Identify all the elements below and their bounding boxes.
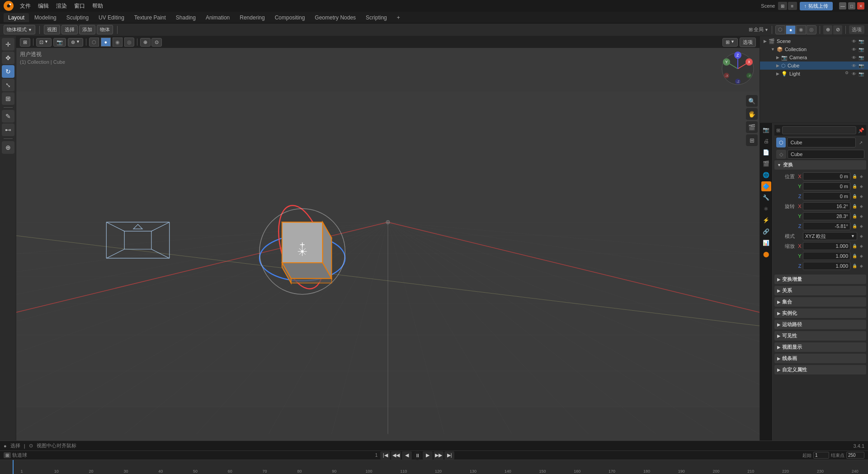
menu-window[interactable]: 窗口 <box>71 1 88 11</box>
data-name-input[interactable] <box>788 150 864 159</box>
options-btn[interactable]: 选项 <box>849 25 864 34</box>
props-data-btn[interactable]: 📊 <box>761 238 771 248</box>
rot-y-keyframe[interactable]: ◆ <box>858 213 864 219</box>
scale-x-keyframe[interactable]: ◆ <box>858 243 864 249</box>
outliner-item-cube[interactable]: ▶ ⬡ Cube 👁 📷 <box>760 62 868 70</box>
rotate-tool[interactable]: ↻ <box>2 65 14 78</box>
jump-start-btn[interactable]: |◀ <box>380 451 390 460</box>
loc-z-keyframe[interactable]: ◆ <box>858 193 864 199</box>
visibility-header[interactable]: ▶ 可见性 <box>774 331 866 341</box>
menu-render[interactable]: 渲染 <box>53 1 70 11</box>
props-scene-btn[interactable]: 🎬 <box>761 159 771 169</box>
rot-z-field[interactable]: -5.81° <box>803 222 850 230</box>
play-stop-btn[interactable]: ⏸ <box>413 451 422 460</box>
collection-render-btn[interactable]: 📷 <box>858 46 864 52</box>
viewport-editor-type[interactable]: ⊞ <box>20 38 30 47</box>
close-btn[interactable]: ✕ <box>857 2 864 9</box>
rot-z-keyframe[interactable]: ◆ <box>858 223 864 229</box>
upload-button[interactable]: ↑ 拓线上传 <box>800 2 833 10</box>
collections-header[interactable]: ▶ 集合 <box>774 297 866 307</box>
viewport-options-btn[interactable]: 选项 <box>740 38 756 47</box>
add-menu[interactable]: 添加 <box>79 25 95 34</box>
tab-uv-editing[interactable]: UV Editing <box>94 13 129 22</box>
light-vis-btn[interactable]: 👁 <box>851 71 857 77</box>
viewport-display-header[interactable]: ▶ 视图显示 <box>774 342 866 352</box>
props-world-btn[interactable]: 🌐 <box>761 170 771 180</box>
props-pin-btn[interactable]: 📌 <box>858 128 864 133</box>
minimize-btn[interactable]: — <box>839 2 846 9</box>
object-mode-select[interactable]: 物体模式 ▼ <box>4 25 35 34</box>
zoom-out-btn[interactable]: 🖐 <box>746 108 758 120</box>
outliner-item-collection[interactable]: ▼ 📦 Collection 👁 📷 <box>760 45 868 53</box>
end-frame-input[interactable] <box>846 452 864 459</box>
instancing-header[interactable]: ▶ 实例化 <box>774 308 866 318</box>
rot-z-lock[interactable]: 🔒 <box>851 223 858 229</box>
annotate-tool[interactable]: ✎ <box>2 110 14 123</box>
outliner-item-camera[interactable]: ▶ 📷 Camera 👁 📷 <box>760 53 868 62</box>
line-art-header[interactable]: ▶ 线条画 <box>774 354 866 363</box>
play-back-btn[interactable]: ◀ <box>402 451 412 460</box>
scale-tool[interactable]: ⤡ <box>2 79 14 91</box>
props-output-btn[interactable]: 🖨 <box>761 136 771 146</box>
scale-x-lock[interactable]: 🔒 <box>851 243 858 249</box>
transform-section-header[interactable]: ▼ 变换 <box>774 160 866 170</box>
camera-toggle[interactable]: 📷 <box>53 38 66 47</box>
light-settings-btn[interactable]: ⚙ <box>844 71 850 77</box>
props-render-btn[interactable]: 📷 <box>761 125 771 135</box>
relations-header[interactable]: ▶ 关系 <box>774 286 866 295</box>
props-object-btn[interactable]: 🔷 <box>761 181 771 191</box>
loc-y-lock[interactable]: 🔒 <box>851 183 858 190</box>
local-global-toggle[interactable]: ⊛▼ <box>68 38 83 47</box>
tab-modeling[interactable]: Modeling <box>30 13 61 22</box>
outliner-item-light[interactable]: ▶ 💡 Light ⚙ 👁 📷 <box>760 70 868 78</box>
scene-vis-btn[interactable]: 👁 <box>851 38 857 44</box>
proportional-btn[interactable]: ⊙ <box>151 38 162 47</box>
tab-scripting[interactable]: Scripting <box>361 13 392 22</box>
material-btn[interactable]: ◉ <box>796 25 806 34</box>
tab-animation[interactable]: Animation <box>201 13 234 22</box>
loc-z-lock[interactable]: 🔒 <box>851 193 858 199</box>
view-menu[interactable]: 视图 <box>44 25 60 34</box>
viewport-3d[interactable]: ⊞ ⊡▼ 📷 ⊛▼ ⬡ ● ◉ ◎ ⊕ ⊙ ⊞▼ 选项 用户透视 (1) Co <box>16 36 760 450</box>
rot-mode-keyframe[interactable]: ◆ <box>858 233 864 239</box>
hdr-solid-btn[interactable]: ● <box>101 38 111 47</box>
overlay-toggle[interactable]: ⊘ <box>833 25 842 34</box>
menu-edit[interactable]: 编辑 <box>35 1 52 11</box>
workspace-btn[interactable]: ≡ <box>788 2 797 10</box>
select-menu[interactable]: 选择 <box>61 25 78 34</box>
zoom-in-btn[interactable]: 🔍 <box>746 95 758 107</box>
hdr-render-btn[interactable]: ◎ <box>124 38 134 47</box>
view-perspective-btn[interactable]: ⊡▼ <box>36 38 52 47</box>
step-forward-btn[interactable]: ▶▶ <box>434 451 443 460</box>
scale-y-field[interactable]: 1.000 <box>803 252 850 260</box>
rot-y-lock[interactable]: 🔒 <box>851 213 858 219</box>
tab-layout[interactable]: Layout <box>4 13 29 22</box>
loc-z-field[interactable]: 0 m <box>803 192 850 200</box>
tab-sculpting[interactable]: Sculpting <box>62 13 93 22</box>
maximize-btn[interactable]: □ <box>848 2 855 9</box>
outliner-item-scene[interactable]: ▶ 🎬 Scene 👁 📷 <box>760 37 868 45</box>
cursor-tool[interactable]: ✛ <box>2 38 14 51</box>
props-physics-btn[interactable]: ⚡ <box>761 215 771 225</box>
navigation-gizmo[interactable]: X Y Z -X -Y -Z <box>720 51 756 87</box>
start-frame-input[interactable] <box>813 452 829 459</box>
tab-texture-paint[interactable]: Texture Paint <box>130 13 170 22</box>
timeline-editor-type[interactable]: ⊞ <box>4 452 11 458</box>
rot-y-field[interactable]: 28.3° <box>803 212 850 220</box>
hdr-wireframe-btn[interactable]: ⬡ <box>89 38 99 47</box>
gizmo-toggle[interactable]: ⊕ <box>823 25 832 34</box>
render-btn[interactable]: ◎ <box>807 25 816 34</box>
scale-z-field[interactable]: 1.000 <box>803 262 850 270</box>
object-name-input[interactable] <box>787 137 856 147</box>
jump-end-btn[interactable]: ▶| <box>444 451 454 460</box>
rot-x-keyframe[interactable]: ◆ <box>858 203 864 209</box>
props-search-input[interactable] <box>782 126 856 134</box>
step-back-btn[interactable]: ◀◀ <box>391 451 401 460</box>
scale-x-field[interactable]: 1.000 <box>803 242 850 250</box>
loc-y-keyframe[interactable]: ◆ <box>858 183 864 190</box>
transform-tool[interactable]: ⊞ <box>2 92 14 105</box>
editor-type-btn[interactable]: ⊞ <box>778 2 787 10</box>
delta-transform-header[interactable]: ▶ 变换增量 <box>774 275 866 284</box>
scale-y-keyframe[interactable]: ◆ <box>858 253 864 259</box>
scale-z-lock[interactable]: 🔒 <box>851 263 858 269</box>
